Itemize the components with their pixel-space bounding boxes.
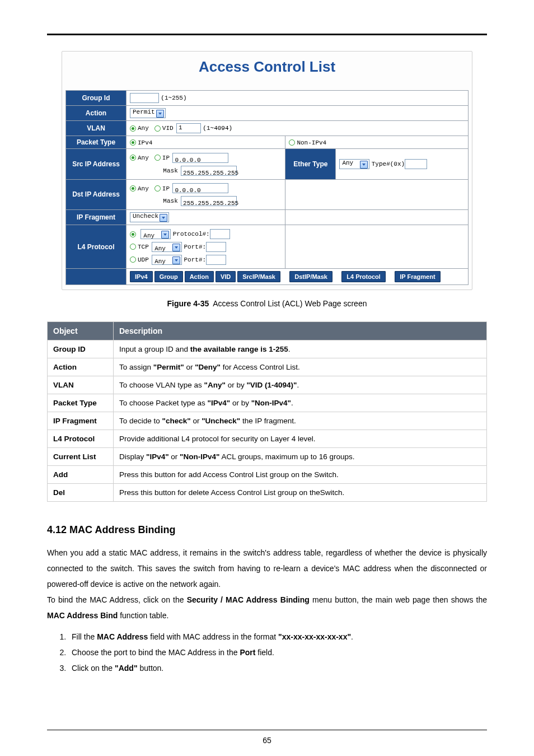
srcip-ip-input[interactable]: 0.0.0.0: [172, 153, 228, 163]
label-group-id: Group Id: [66, 91, 127, 106]
l4-tcp-select[interactable]: Any: [152, 242, 182, 252]
dstip-mask-label: Mask: [163, 198, 177, 204]
srcip-mask-input[interactable]: 255.255.255.255: [181, 166, 237, 176]
l4-any-select[interactable]: Any: [140, 229, 171, 239]
desc-row: VLAN To choose VLAN type as "Any" or by …: [48, 376, 487, 394]
vlan-any-label: Any: [138, 125, 149, 132]
packet-ipv4-radio[interactable]: [130, 139, 136, 146]
column-headers: IPv4GroupActionVIDSrcIP/Mask DstIP/Mask …: [127, 268, 469, 284]
col-action: Action: [185, 271, 214, 282]
srcip-mask-label: Mask: [163, 167, 177, 174]
label-dst-ip: Dst IP Address: [66, 179, 127, 210]
section-paragraph: When you add a static MAC address, it re…: [47, 545, 487, 592]
l4-udp-port-input[interactable]: [206, 255, 226, 265]
dstip-any-radio[interactable]: [130, 185, 136, 192]
page-number: 65: [0, 736, 534, 745]
col-dstipmask: DstIP/Mask: [289, 271, 332, 282]
vlan-vid-label: VID: [162, 125, 174, 132]
col-ipv4: IPv4: [130, 271, 153, 282]
l4-proto-label: Protocol#:: [173, 231, 210, 237]
packet-ipv4-label: IPv4: [138, 139, 152, 146]
l4-udp-radio[interactable]: [130, 256, 136, 263]
desc-row: Action To assign "Permit" or "Deny" for …: [48, 358, 487, 376]
l4-tcp-port-label: Port#:: [184, 244, 207, 250]
col-l4protocol: L4 Protocol: [341, 271, 386, 282]
label-vlan: VLAN: [66, 121, 127, 136]
step-item: Fill the MAC Address field with MAC addr…: [68, 629, 487, 645]
desc-head-object: Object: [48, 321, 114, 340]
desc-row: Add Press this button for add Access Con…: [48, 465, 487, 483]
section-heading: 4.12 MAC Address Binding: [47, 524, 487, 536]
dstip-ip-label: IP: [162, 185, 170, 192]
srcip-any-radio[interactable]: [130, 155, 136, 161]
desc-row: IP Fragment To decide to "check" or "Unc…: [48, 412, 487, 430]
figure-caption: Figure 4-35 Access Control List (ACL) We…: [47, 299, 487, 308]
l4-tcp-port-input[interactable]: [206, 242, 226, 252]
ether-typehex-input[interactable]: [405, 159, 427, 169]
label-action: Action: [66, 106, 127, 121]
l4-proto-input[interactable]: [210, 229, 230, 239]
l4-any-radio[interactable]: [130, 231, 136, 237]
l4-tcp-label: TCP: [138, 244, 149, 250]
l4-tcp-radio[interactable]: [130, 244, 136, 250]
col-vid: VID: [216, 271, 236, 282]
acl-form: Group Id (1~255) Action Permit VLAN Any: [65, 90, 469, 285]
packet-nonipv4-label: Non-IPv4: [297, 139, 326, 146]
group-id-input[interactable]: [130, 93, 159, 103]
ether-type-select[interactable]: Any: [339, 159, 369, 169]
step-item: Click on the "Add" button.: [68, 660, 487, 676]
dstip-mask-input[interactable]: 255.255.255.255: [181, 196, 237, 206]
desc-row: Del Press this button for delete Access …: [48, 483, 487, 501]
vlan-vid-input[interactable]: 1: [176, 123, 201, 133]
dstip-ip-input[interactable]: 0.0.0.0: [172, 183, 228, 193]
l4-udp-port-label: Port#:: [184, 256, 207, 263]
action-select[interactable]: Permit: [130, 108, 166, 118]
vlan-hint: (1~4094): [203, 125, 232, 132]
section-lead: To bind the MAC Address, click on the Se…: [47, 592, 487, 623]
ether-typehex-label: Type#(0x): [372, 161, 405, 167]
desc-row: L4 Protocol Provide additional L4 protoc…: [48, 430, 487, 447]
page: Access Control List Group Id (1~255) Act…: [0, 0, 534, 756]
label-packet-type: Packet Type: [66, 136, 127, 149]
acl-screenshot: Access Control List Group Id (1~255) Act…: [62, 51, 472, 290]
footer-rule: [47, 730, 487, 730]
label-l4-protocol: L4 Protocol: [66, 225, 127, 268]
steps-list: Fill the MAC Address field with MAC addr…: [47, 629, 487, 676]
ip-fragment-select[interactable]: Uncheck: [130, 212, 169, 222]
col-ipfragment: IP Fragment: [395, 271, 440, 282]
l4-udp-label: UDP: [138, 256, 149, 263]
cols-spacer: [66, 268, 127, 284]
desc-row: Current List Display "IPv4" or "Non-IPv4…: [48, 447, 487, 465]
vlan-vid-radio[interactable]: [154, 125, 161, 132]
srcip-any-label: Any: [138, 155, 149, 161]
srcip-ip-radio[interactable]: [154, 155, 161, 161]
group-id-hint: (1~255): [161, 95, 186, 101]
l4-udp-select[interactable]: Any: [152, 255, 182, 265]
packet-nonipv4-radio[interactable]: [289, 139, 295, 146]
desc-head-description: Description: [114, 321, 487, 340]
description-table: Object Description Group ID Input a grou…: [47, 321, 487, 502]
dstip-any-label: Any: [138, 185, 149, 192]
label-ether-type: Ether Type: [285, 149, 336, 180]
dstip-ip-radio[interactable]: [154, 185, 161, 192]
acl-title: Access Control List: [65, 58, 469, 76]
col-group: Group: [154, 271, 183, 282]
desc-row: Packet Type To choose Packet type as "IP…: [48, 394, 487, 412]
top-rule: [47, 34, 487, 35]
vlan-any-radio[interactable]: [130, 125, 136, 132]
label-ip-fragment: IP Fragment: [66, 210, 127, 225]
srcip-ip-label: IP: [162, 155, 170, 161]
col-srcipmask: SrcIP/Mask: [237, 271, 280, 282]
label-src-ip: Src IP Address: [66, 149, 127, 180]
desc-row: Group ID Input a group ID and the availa…: [48, 340, 487, 358]
step-item: Choose the port to bind the MAC Address …: [68, 645, 487, 660]
